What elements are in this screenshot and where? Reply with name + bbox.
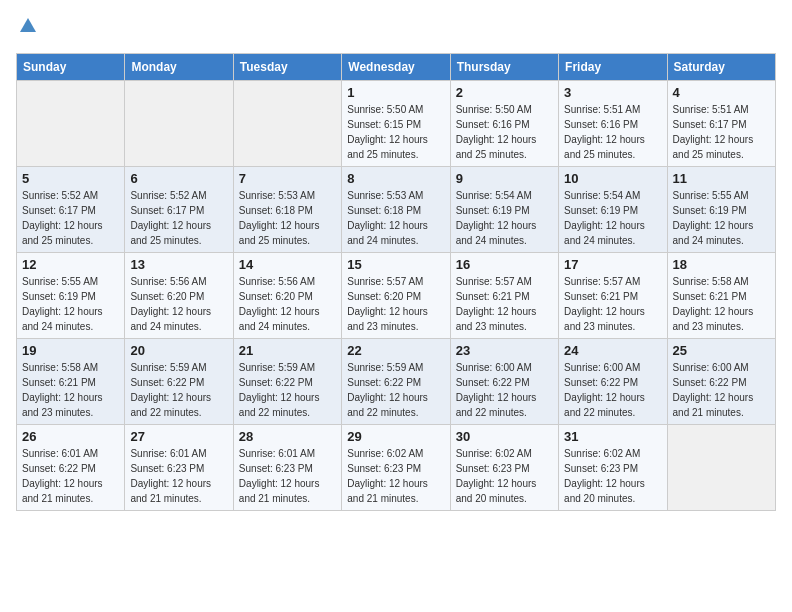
calendar-cell [667,424,775,510]
calendar-cell: 28Sunrise: 6:01 AM Sunset: 6:23 PM Dayli… [233,424,341,510]
calendar-cell: 4Sunrise: 5:51 AM Sunset: 6:17 PM Daylig… [667,80,775,166]
day-number: 12 [22,257,119,272]
day-info: Sunrise: 5:50 AM Sunset: 6:15 PM Dayligh… [347,102,444,162]
calendar-cell: 19Sunrise: 5:58 AM Sunset: 6:21 PM Dayli… [17,338,125,424]
day-info: Sunrise: 5:56 AM Sunset: 6:20 PM Dayligh… [239,274,336,334]
day-number: 13 [130,257,227,272]
calendar-cell: 30Sunrise: 6:02 AM Sunset: 6:23 PM Dayli… [450,424,558,510]
weekday-header: Wednesday [342,53,450,80]
day-number: 27 [130,429,227,444]
weekday-header: Sunday [17,53,125,80]
calendar-cell: 8Sunrise: 5:53 AM Sunset: 6:18 PM Daylig… [342,166,450,252]
calendar-cell: 13Sunrise: 5:56 AM Sunset: 6:20 PM Dayli… [125,252,233,338]
day-number: 2 [456,85,553,100]
day-number: 8 [347,171,444,186]
day-info: Sunrise: 5:54 AM Sunset: 6:19 PM Dayligh… [564,188,661,248]
day-number: 26 [22,429,119,444]
calendar-cell: 10Sunrise: 5:54 AM Sunset: 6:19 PM Dayli… [559,166,667,252]
calendar-cell: 9Sunrise: 5:54 AM Sunset: 6:19 PM Daylig… [450,166,558,252]
day-info: Sunrise: 5:59 AM Sunset: 6:22 PM Dayligh… [347,360,444,420]
calendar-cell: 29Sunrise: 6:02 AM Sunset: 6:23 PM Dayli… [342,424,450,510]
calendar-cell: 5Sunrise: 5:52 AM Sunset: 6:17 PM Daylig… [17,166,125,252]
calendar-cell: 16Sunrise: 5:57 AM Sunset: 6:21 PM Dayli… [450,252,558,338]
calendar-cell: 21Sunrise: 5:59 AM Sunset: 6:22 PM Dayli… [233,338,341,424]
day-info: Sunrise: 6:02 AM Sunset: 6:23 PM Dayligh… [456,446,553,506]
calendar-cell: 7Sunrise: 5:53 AM Sunset: 6:18 PM Daylig… [233,166,341,252]
day-number: 7 [239,171,336,186]
day-info: Sunrise: 5:58 AM Sunset: 6:21 PM Dayligh… [22,360,119,420]
calendar-cell: 22Sunrise: 5:59 AM Sunset: 6:22 PM Dayli… [342,338,450,424]
day-number: 16 [456,257,553,272]
day-info: Sunrise: 6:01 AM Sunset: 6:23 PM Dayligh… [130,446,227,506]
day-number: 1 [347,85,444,100]
calendar-cell: 31Sunrise: 6:02 AM Sunset: 6:23 PM Dayli… [559,424,667,510]
calendar-cell: 23Sunrise: 6:00 AM Sunset: 6:22 PM Dayli… [450,338,558,424]
day-info: Sunrise: 5:52 AM Sunset: 6:17 PM Dayligh… [22,188,119,248]
day-info: Sunrise: 5:57 AM Sunset: 6:21 PM Dayligh… [564,274,661,334]
day-info: Sunrise: 5:52 AM Sunset: 6:17 PM Dayligh… [130,188,227,248]
calendar-cell: 14Sunrise: 5:56 AM Sunset: 6:20 PM Dayli… [233,252,341,338]
calendar-cell [17,80,125,166]
calendar-row: 1Sunrise: 5:50 AM Sunset: 6:15 PM Daylig… [17,80,776,166]
weekday-header: Friday [559,53,667,80]
calendar-cell: 2Sunrise: 5:50 AM Sunset: 6:16 PM Daylig… [450,80,558,166]
page-header [16,16,776,41]
calendar-cell: 18Sunrise: 5:58 AM Sunset: 6:21 PM Dayli… [667,252,775,338]
day-number: 28 [239,429,336,444]
day-info: Sunrise: 6:00 AM Sunset: 6:22 PM Dayligh… [564,360,661,420]
day-number: 25 [673,343,770,358]
day-number: 3 [564,85,661,100]
day-info: Sunrise: 5:59 AM Sunset: 6:22 PM Dayligh… [130,360,227,420]
day-info: Sunrise: 5:51 AM Sunset: 6:16 PM Dayligh… [564,102,661,162]
day-number: 4 [673,85,770,100]
calendar-cell: 25Sunrise: 6:00 AM Sunset: 6:22 PM Dayli… [667,338,775,424]
calendar-cell: 20Sunrise: 5:59 AM Sunset: 6:22 PM Dayli… [125,338,233,424]
day-number: 22 [347,343,444,358]
day-info: Sunrise: 5:57 AM Sunset: 6:20 PM Dayligh… [347,274,444,334]
day-info: Sunrise: 5:59 AM Sunset: 6:22 PM Dayligh… [239,360,336,420]
calendar-row: 26Sunrise: 6:01 AM Sunset: 6:22 PM Dayli… [17,424,776,510]
day-number: 29 [347,429,444,444]
logo-icon [18,16,38,36]
day-number: 18 [673,257,770,272]
calendar-cell: 17Sunrise: 5:57 AM Sunset: 6:21 PM Dayli… [559,252,667,338]
calendar-table: SundayMondayTuesdayWednesdayThursdayFrid… [16,53,776,511]
calendar-row: 19Sunrise: 5:58 AM Sunset: 6:21 PM Dayli… [17,338,776,424]
calendar-row: 5Sunrise: 5:52 AM Sunset: 6:17 PM Daylig… [17,166,776,252]
day-number: 30 [456,429,553,444]
calendar-header: SundayMondayTuesdayWednesdayThursdayFrid… [17,53,776,80]
calendar-cell: 11Sunrise: 5:55 AM Sunset: 6:19 PM Dayli… [667,166,775,252]
day-info: Sunrise: 5:53 AM Sunset: 6:18 PM Dayligh… [239,188,336,248]
day-number: 6 [130,171,227,186]
calendar-body: 1Sunrise: 5:50 AM Sunset: 6:15 PM Daylig… [17,80,776,510]
day-info: Sunrise: 5:50 AM Sunset: 6:16 PM Dayligh… [456,102,553,162]
calendar-cell: 26Sunrise: 6:01 AM Sunset: 6:22 PM Dayli… [17,424,125,510]
day-info: Sunrise: 6:02 AM Sunset: 6:23 PM Dayligh… [564,446,661,506]
day-number: 31 [564,429,661,444]
day-info: Sunrise: 5:54 AM Sunset: 6:19 PM Dayligh… [456,188,553,248]
day-info: Sunrise: 5:53 AM Sunset: 6:18 PM Dayligh… [347,188,444,248]
calendar-cell: 12Sunrise: 5:55 AM Sunset: 6:19 PM Dayli… [17,252,125,338]
day-number: 14 [239,257,336,272]
day-number: 15 [347,257,444,272]
day-info: Sunrise: 6:02 AM Sunset: 6:23 PM Dayligh… [347,446,444,506]
calendar-row: 12Sunrise: 5:55 AM Sunset: 6:19 PM Dayli… [17,252,776,338]
day-info: Sunrise: 5:58 AM Sunset: 6:21 PM Dayligh… [673,274,770,334]
day-number: 19 [22,343,119,358]
weekday-header: Thursday [450,53,558,80]
day-number: 24 [564,343,661,358]
day-number: 5 [22,171,119,186]
calendar-cell: 3Sunrise: 5:51 AM Sunset: 6:16 PM Daylig… [559,80,667,166]
day-number: 11 [673,171,770,186]
weekday-row: SundayMondayTuesdayWednesdayThursdayFrid… [17,53,776,80]
day-info: Sunrise: 5:56 AM Sunset: 6:20 PM Dayligh… [130,274,227,334]
svg-marker-0 [20,18,36,32]
day-info: Sunrise: 5:57 AM Sunset: 6:21 PM Dayligh… [456,274,553,334]
day-info: Sunrise: 6:00 AM Sunset: 6:22 PM Dayligh… [673,360,770,420]
day-number: 20 [130,343,227,358]
weekday-header: Saturday [667,53,775,80]
day-info: Sunrise: 6:00 AM Sunset: 6:22 PM Dayligh… [456,360,553,420]
day-info: Sunrise: 5:55 AM Sunset: 6:19 PM Dayligh… [22,274,119,334]
day-info: Sunrise: 5:55 AM Sunset: 6:19 PM Dayligh… [673,188,770,248]
weekday-header: Monday [125,53,233,80]
